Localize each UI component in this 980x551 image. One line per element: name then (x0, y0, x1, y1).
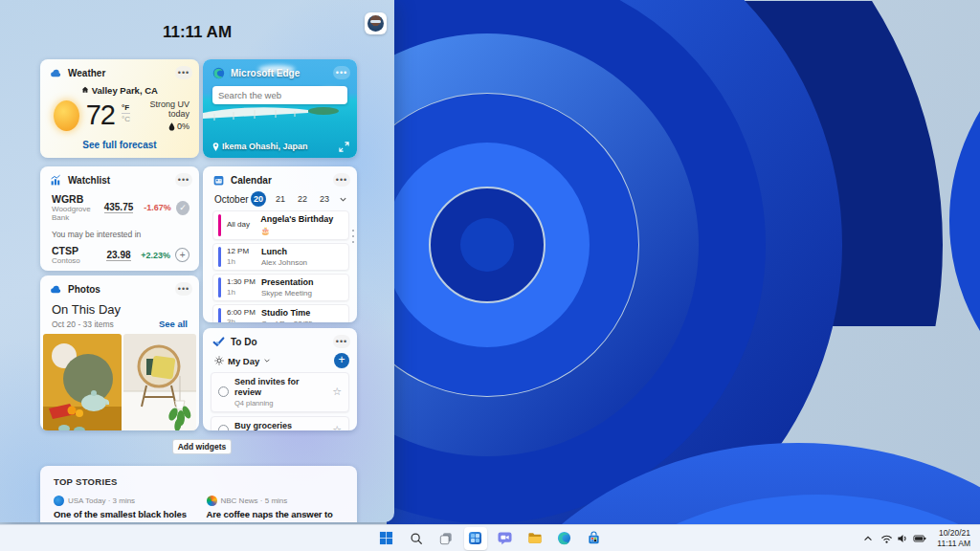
desktop: 11:11 AM Weather ••• Valley Park, CA 72 … (0, 0, 980, 551)
story-headline[interactable]: Are coffee naps the answer to your (207, 509, 345, 522)
top-stories-heading: TOP STORIES (40, 466, 357, 487)
photos-menu-button[interactable]: ••• (175, 282, 192, 296)
story-item[interactable]: NBC News · 5 mins Are coffee naps the an… (207, 496, 345, 522)
task-complete-circle[interactable] (218, 386, 229, 397)
search-icon (410, 532, 423, 545)
chevron-down-icon[interactable] (339, 195, 347, 204)
event-title: Studio Time (261, 308, 313, 320)
calendar-event[interactable]: 12 PM1h LunchAlex Johnson (212, 243, 349, 271)
volume-icon (897, 533, 909, 544)
edge-browser-button[interactable] (553, 527, 576, 550)
edge-search-input[interactable] (218, 90, 345, 100)
weather-menu-button[interactable]: ••• (175, 66, 192, 79)
tray-time: 11:11 AM (937, 539, 970, 549)
calendar-icon (212, 174, 225, 187)
calendar-date-20[interactable]: 20 (251, 191, 266, 207)
weather-location: Valley Park, CA (40, 85, 199, 96)
file-explorer-button[interactable] (523, 527, 546, 550)
photo-thumbnail-still-life[interactable] (43, 334, 122, 430)
edge-menu-button[interactable]: ••• (333, 66, 350, 79)
calendar-date-22[interactable]: 22 (295, 191, 310, 207)
widgets-icon (468, 531, 482, 545)
task-list-name: Q4 planning (234, 399, 326, 408)
calendar-event[interactable]: All day Angela's Birthday 🎂 (212, 210, 349, 240)
stock-added-check-icon[interactable]: ✓ (176, 201, 189, 215)
watchlist-widget[interactable]: Watchlist ••• WGRB Woodgrove Bank 435.75… (40, 166, 199, 271)
photos-subheading: Oct 20 - 33 items (52, 320, 114, 329)
account-avatar[interactable] (365, 12, 387, 34)
event-color-bar (218, 214, 221, 236)
event-time: 12 PM (227, 247, 261, 256)
add-task-button[interactable]: + (334, 353, 349, 368)
expand-icon[interactable] (339, 142, 349, 152)
chevron-down-icon[interactable] (263, 357, 271, 364)
event-subtitle: Conf Rm 32/35 (261, 320, 313, 322)
event-title: Angela's Birthday (260, 214, 333, 224)
story-item[interactable]: USA Today · 3 mins One of the smallest b… (54, 496, 191, 522)
event-time: 6:00 PM (227, 308, 261, 318)
pin-icon (212, 143, 219, 151)
home-icon (81, 86, 89, 94)
task-star-icon[interactable]: ☆ (332, 386, 342, 398)
weather-widget[interactable]: Weather ••• Valley Park, CA 72 °F °C Str… (40, 59, 199, 158)
calendar-title: Calendar (231, 175, 272, 186)
weather-cloud-icon (50, 67, 62, 79)
calendar-event[interactable]: 1:30 PM1h PresentationSkype Meeting (212, 274, 349, 301)
photo-thumbnail-chair[interactable] (123, 334, 196, 430)
calendar-scrollbar[interactable] (352, 230, 354, 243)
todo-menu-button[interactable]: ••• (333, 335, 350, 348)
add-widgets-button[interactable]: Add widgets (172, 439, 232, 454)
stock-add-button[interactable]: + (175, 248, 189, 262)
todo-title: To Do (231, 337, 257, 347)
widgets-button[interactable] (464, 527, 487, 550)
task-view-button[interactable] (434, 527, 457, 550)
story-headline[interactable]: One of the smallest black holes — and (54, 509, 191, 522)
edge-search-box[interactable] (212, 86, 347, 104)
task-star-icon[interactable]: ☆ (332, 424, 342, 430)
search-button[interactable] (405, 527, 428, 550)
photos-see-all-link[interactable]: See all (159, 319, 188, 329)
event-subtitle: Skype Meeting (261, 289, 314, 298)
tray-clock[interactable]: 10/20/21 11:11 AM (933, 527, 974, 549)
unit-celsius[interactable]: °C (122, 114, 130, 123)
stock-name: Woodgrove Bank (52, 205, 104, 222)
store-button[interactable] (583, 527, 606, 550)
stock-name: Contoso (52, 256, 106, 265)
calendar-date-21[interactable]: 21 (273, 191, 288, 207)
todo-widget[interactable]: To Do ••• My Day + Send invites for revi… (203, 328, 357, 430)
todo-check-icon (212, 336, 225, 348)
calendar-date-23[interactable]: 23 (317, 191, 332, 207)
start-button[interactable] (375, 527, 398, 550)
task-complete-circle[interactable] (218, 425, 229, 430)
unit-fahrenheit[interactable]: °F (122, 103, 130, 114)
photos-cloud-icon (50, 283, 62, 296)
tray-status-icons[interactable] (880, 533, 926, 544)
watchlist-menu-button[interactable]: ••• (175, 173, 192, 187)
edge-photo-caption: Ikema Ohashi, Japan (212, 142, 308, 151)
todo-list-selector[interactable]: My Day (228, 356, 259, 366)
taskbar: 10/20/21 11:11 AM (0, 524, 980, 551)
todo-task[interactable]: Buy groceriesTasks ☆ (211, 416, 349, 431)
event-color-bar (218, 277, 221, 298)
edge-title: Microsoft Edge (231, 68, 300, 78)
chat-button[interactable] (494, 527, 517, 550)
stock-row[interactable]: CTSP Contoso 23.98 +2.23% + (40, 241, 199, 267)
photos-widget[interactable]: Photos ••• On This Day Oct 20 - 33 items… (40, 276, 199, 430)
calendar-widget[interactable]: Calendar ••• October 20 21 22 23 All day… (203, 166, 357, 322)
stock-change: -1.67% (133, 203, 171, 212)
edge-widget[interactable]: Microsoft Edge ••• Ikema Ohashi, Japan (203, 59, 357, 158)
event-title: Presentation (261, 277, 314, 289)
stock-row[interactable]: WGRB Woodgrove Bank 435.75 -1.67% ✓ (40, 189, 199, 224)
calendar-month[interactable]: October (214, 194, 249, 205)
todo-task[interactable]: Send invites for reviewQ4 planning ☆ (211, 372, 349, 412)
calendar-menu-button[interactable]: ••• (333, 173, 350, 187)
sun-icon (54, 100, 79, 131)
stocks-chart-icon (50, 174, 62, 187)
watchlist-suggestion-label: You may be interested in (40, 224, 199, 241)
tray-chevron-up-icon[interactable] (862, 533, 874, 544)
see-full-forecast-link[interactable]: See full forecast (40, 140, 199, 150)
weather-title: Weather (68, 68, 105, 78)
weather-unit-toggle[interactable]: °F °C (122, 103, 130, 123)
calendar-event[interactable]: 6:00 PM3h Studio TimeConf Rm 32/35 (212, 304, 349, 322)
my-day-sun-icon (214, 356, 224, 365)
